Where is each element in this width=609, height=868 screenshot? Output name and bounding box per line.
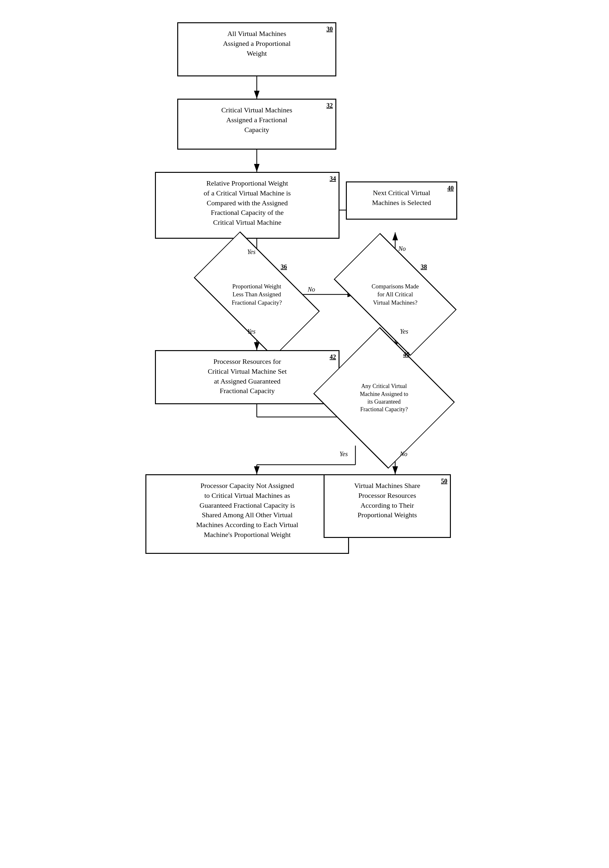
- ref-32: 32: [327, 101, 333, 110]
- node-46-wrapper: Any Critical Virtual Machine Assigned to…: [308, 350, 460, 446]
- label-yes-36-42: Yes: [247, 328, 256, 335]
- node-34: 34 Relative Proportional Weight of a Cri…: [155, 172, 339, 239]
- ref-34: 34: [330, 174, 336, 183]
- node-34-text: Relative Proportional Weight of a Critic…: [162, 178, 332, 228]
- node-42-text: Processor Resources for Critical Virtual…: [162, 357, 332, 396]
- node-38-wrapper: Comparisons Made for All Critical Virtua…: [319, 263, 471, 326]
- node-30: 30 All Virtual Machines Assigned a Propo…: [177, 22, 336, 76]
- label-no-36-38: No: [308, 286, 315, 293]
- label-no-38-40: No: [398, 245, 406, 253]
- label-no-46-50: No: [400, 450, 407, 458]
- node-48-text: Processor Capacity Not Assigned to Criti…: [153, 481, 342, 540]
- ref-38: 38: [421, 263, 427, 271]
- node-36-diamond: Proportional Weight Less Than Assigned F…: [177, 263, 336, 326]
- node-32: 32 Critical Virtual Machines Assigned a …: [177, 99, 336, 150]
- ref-50: 50: [441, 476, 447, 485]
- node-40-text: Next Critical Virtual Machines is Select…: [353, 188, 450, 208]
- node-32-text: Critical Virtual Machines Assigned a Fra…: [184, 105, 329, 135]
- ref-36: 36: [280, 263, 287, 271]
- node-38-text: Comparisons Made for All Critical Virtua…: [363, 282, 427, 307]
- node-38-diamond: Comparisons Made for All Critical Virtua…: [319, 263, 471, 326]
- node-46-text: Any Critical Virtual Machine Assigned to…: [352, 382, 416, 413]
- node-50-text: Virtual Machines Share Processor Resourc…: [331, 481, 443, 520]
- flowchart-container: 30 All Virtual Machines Assigned a Propo…: [136, 13, 473, 856]
- node-30-text: All Virtual Machines Assigned a Proporti…: [184, 29, 329, 58]
- node-48: 48 Processor Capacity Not Assigned to Cr…: [146, 474, 349, 554]
- ref-40: 40: [447, 184, 454, 192]
- label-yes-46-48: Yes: [339, 450, 348, 458]
- node-36-wrapper: Proportional Weight Less Than Assigned F…: [174, 263, 339, 326]
- node-40: 40 Next Critical Virtual Machines is Sel…: [346, 181, 457, 220]
- label-yes-38-46: Yes: [400, 328, 408, 335]
- ref-46: 46: [403, 351, 409, 358]
- node-46-diamond: Any Critical Virtual Machine Assigned to…: [309, 352, 459, 444]
- node-36-text: Proportional Weight Less Than Assigned F…: [225, 282, 288, 307]
- label-yes-34-36: Yes: [247, 248, 256, 256]
- ref-30: 30: [327, 25, 333, 33]
- node-50: 50 Virtual Machines Share Processor Reso…: [324, 474, 451, 538]
